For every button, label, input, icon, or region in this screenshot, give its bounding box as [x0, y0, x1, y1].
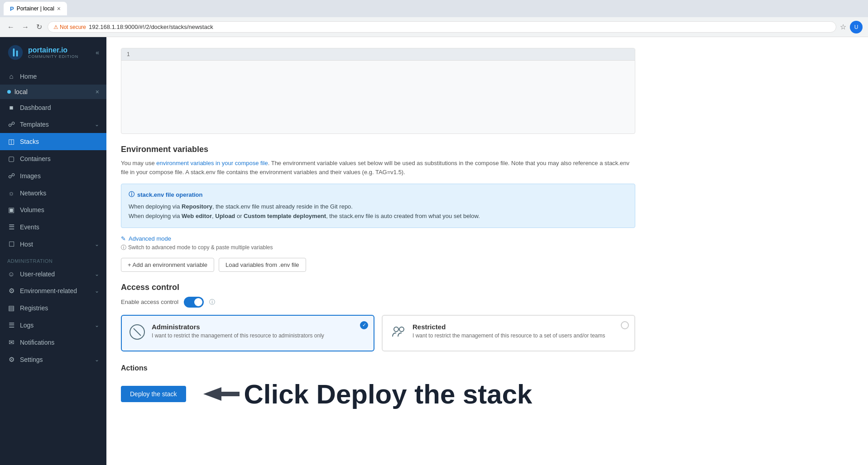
advanced-mode-hint: ⓘ Switch to advanced mode to copy & past… [121, 244, 635, 251]
env-related-icon: ⚙ [7, 287, 15, 295]
user-related-chevron: ⌄ [95, 271, 99, 277]
deploy-area: Deploy the stack Click Deploy the stack [121, 379, 635, 410]
access-toggle[interactable] [184, 297, 204, 308]
tab-close-btn[interactable]: × [57, 5, 61, 12]
admin-card-desc: I want to restrict the management of thi… [152, 332, 324, 339]
logo-text: portainer.io COMMUNITY EDITION [28, 46, 78, 59]
sidebar-dashboard-label: Dashboard [20, 104, 99, 111]
logs-icon: ☰ [7, 321, 15, 329]
settings-chevron: ⌄ [95, 356, 99, 363]
info-icon: ⓘ [129, 190, 134, 199]
env-vars-desc: You may use environment variables in you… [121, 159, 635, 176]
not-secure-indicator: ⚠ Not secure [53, 24, 86, 30]
sidebar-env-local: local × [0, 85, 106, 99]
env-vars-title: Environment variables [121, 145, 635, 154]
arrow-graphic [185, 380, 240, 408]
logo-main: portainer.io [28, 46, 78, 54]
code-editor-area[interactable]: 1 [121, 48, 635, 134]
admin-group-label: Administration [0, 253, 106, 266]
info-line-2: When deploying via Web editor, Upload or… [129, 212, 628, 221]
reload-btn[interactable]: ↻ [34, 21, 44, 33]
sidebar-host-label: Host [20, 241, 90, 248]
sidebar-item-settings[interactable]: ⚙ Settings ⌄ [0, 351, 106, 368]
sidebar-registries-label: Registries [20, 304, 99, 312]
back-btn[interactable]: ← [5, 21, 16, 33]
sidebar-item-host[interactable]: ☐ Host ⌄ [0, 236, 106, 253]
host-icon: ☐ [7, 240, 15, 248]
templates-chevron: ⌄ [95, 121, 99, 128]
restricted-access-card[interactable]: Restricted I want to restrict the manage… [382, 315, 635, 351]
logo-sub: COMMUNITY EDITION [28, 54, 78, 59]
sidebar-item-dashboard[interactable]: ■ Dashboard [0, 99, 106, 116]
portainer-logo-icon [7, 44, 24, 61]
sidebar-item-home[interactable]: ⌂ Home [0, 68, 106, 85]
info-line-1: When deploying via Repository, the stack… [129, 202, 628, 212]
sidebar-notifications-label: Notifications [20, 339, 99, 346]
env-vars-desc-prefix: You may use [121, 160, 156, 166]
sidebar-item-events[interactable]: ☰ Events [0, 218, 106, 236]
sidebar-logs-label: Logs [20, 322, 90, 329]
load-env-file-btn[interactable]: Load variables from .env file [219, 258, 306, 272]
dashboard-icon: ■ [7, 104, 15, 111]
templates-icon: ☍ [7, 120, 15, 128]
main-content: 1 Environment variables You may use envi… [106, 37, 868, 465]
env-vars-link[interactable]: environment variables in your compose fi… [156, 160, 268, 166]
sidebar-item-images[interactable]: ☍ Images [0, 167, 106, 185]
address-bar[interactable]: ⚠ Not secure 192.168.1.18:9000/#!/2/dock… [48, 21, 836, 33]
admin-card-content: Administrators I want to restrict the ma… [152, 323, 324, 339]
restricted-card-desc: I want to restrict the management of thi… [412, 332, 605, 339]
enable-access-row: Enable access control ⓘ [121, 297, 635, 308]
deploy-stack-btn[interactable]: Deploy the stack [121, 386, 186, 402]
home-icon: ⌂ [7, 72, 15, 80]
sidebar-item-user-related[interactable]: ☺ User-related ⌄ [0, 266, 106, 282]
settings-icon: ⚙ [7, 356, 15, 364]
sidebar-networks-label: Networks [20, 190, 99, 197]
sidebar-item-notifications[interactable]: ✉ Notifications [0, 334, 106, 351]
admin-card-title: Administrators [152, 323, 324, 331]
add-env-var-btn[interactable]: + Add an environment variable [121, 258, 214, 272]
forward-btn[interactable]: → [20, 21, 31, 33]
host-chevron: ⌄ [95, 241, 99, 247]
restricted-card-content: Restricted I want to restrict the manage… [412, 323, 605, 339]
sidebar-logo: portainer.io COMMUNITY EDITION « [0, 37, 106, 68]
sidebar-containers-label: Containers [20, 155, 99, 162]
registries-icon: ▤ [7, 304, 15, 312]
notifications-icon: ✉ [7, 338, 15, 346]
browser-nav: ← → ↻ ⚠ Not secure 192.168.1.18:9000/#!/… [0, 17, 868, 37]
access-control-title: Access control [121, 283, 635, 292]
svg-point-6 [399, 327, 404, 332]
sidebar-item-templates[interactable]: ☍ Templates ⌄ [0, 116, 106, 133]
sidebar-user-related-label: User-related [20, 270, 90, 278]
admin-access-card[interactable]: Administrators I want to restrict the ma… [121, 315, 374, 351]
images-icon: ☍ [7, 172, 15, 180]
sidebar-item-stacks[interactable]: ◫ Stacks [0, 133, 106, 150]
sidebar-item-env-related[interactable]: ⚙ Environment-related ⌄ [0, 282, 106, 299]
sidebar: portainer.io COMMUNITY EDITION « ⌂ Home … [0, 37, 106, 465]
svg-point-0 [8, 45, 23, 60]
profile-btn[interactable]: U [850, 21, 863, 33]
access-cards: Administrators I want to restrict the ma… [121, 315, 635, 351]
active-tab[interactable]: P Portainer | local × [4, 2, 67, 15]
bookmark-btn[interactable]: ☆ [840, 23, 846, 31]
sidebar-events-label: Events [20, 223, 99, 231]
access-control-section: Access control Enable access control ⓘ [121, 283, 635, 351]
sidebar-volumes-label: Volumes [20, 206, 99, 214]
sidebar-item-registries[interactable]: ▤ Registries [0, 299, 106, 317]
toggle-slider [184, 297, 204, 308]
restricted-card-title: Restricted [412, 323, 605, 331]
sidebar-item-volumes[interactable]: ▣ Volumes [0, 201, 106, 218]
admin-radio [360, 321, 368, 329]
app-layout: portainer.io COMMUNITY EDITION « ⌂ Home … [0, 37, 868, 465]
sidebar-collapse-btn[interactable]: « [96, 49, 99, 56]
browser-chrome: P Portainer | local × [0, 0, 868, 17]
env-close-btn[interactable]: × [96, 88, 99, 95]
sidebar-item-networks[interactable]: ☼ Networks [0, 185, 106, 201]
containers-icon: ▢ [7, 155, 15, 163]
sidebar-images-label: Images [20, 172, 99, 180]
sidebar-env-related-label: Environment-related [20, 287, 90, 294]
sidebar-item-containers[interactable]: ▢ Containers [0, 150, 106, 167]
events-icon: ☰ [7, 223, 15, 231]
advanced-mode-link[interactable]: ✎ Advanced mode [121, 235, 635, 242]
sidebar-item-logs[interactable]: ☰ Logs ⌄ [0, 317, 106, 334]
svg-rect-2 [16, 51, 18, 57]
